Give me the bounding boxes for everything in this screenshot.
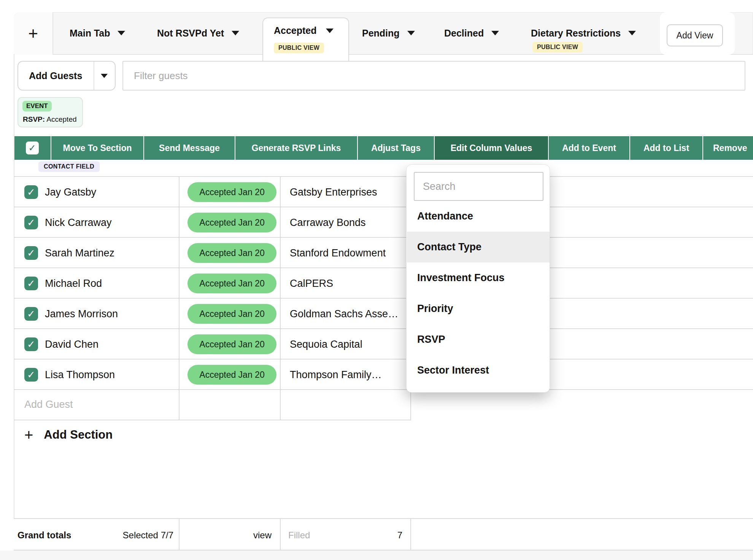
tab-pending[interactable]: Pending (362, 12, 415, 54)
company-cell[interactable]: Stanford Endowment (290, 238, 386, 268)
guest-name[interactable]: Nick Carraway (45, 207, 112, 238)
table-row: ✓ Sarah Martinez Accepted Jan 20 Stanfor… (14, 238, 753, 268)
tab-strip-divider (14, 54, 753, 55)
row-checkbox[interactable]: ✓ (24, 368, 38, 382)
guest-list-app: + Main Tab Not RSVPd Yet Accepted PUBLIC… (0, 0, 753, 560)
dropdown-item-sector-interest[interactable]: Sector Interest (407, 355, 550, 386)
rsvp-filter-text: RSVP: Accepted (23, 115, 77, 124)
company-cell[interactable]: Gatsby Enterprises (290, 177, 377, 207)
chevron-down-icon (491, 31, 499, 35)
chevron-down-icon (407, 31, 415, 35)
row-checkbox[interactable]: ✓ (24, 337, 38, 351)
adjust-tags-button[interactable]: Adjust Tags (358, 136, 434, 160)
add-guest-placeholder: Add Guest (24, 389, 73, 420)
tab-label: Dietary Restrictions (531, 28, 621, 39)
rsvp-status-pill[interactable]: Accepted Jan 20 (187, 274, 276, 293)
action-label: Send Message (159, 143, 220, 153)
guest-name[interactable]: Jay Gatsby (45, 177, 96, 207)
add-guests-label: Add Guests (29, 62, 82, 90)
dropdown-item-contact-type[interactable]: Contact Type (407, 232, 550, 262)
dropdown-item-investment-focus[interactable]: Investment Focus (407, 262, 550, 293)
guest-name[interactable]: Michael Rod (45, 268, 102, 299)
checkbox-check-icon: ✓ (27, 369, 35, 381)
rsvp-filter-value: Accepted (46, 115, 76, 123)
guest-name[interactable]: Lisa Thompson (45, 360, 115, 390)
public-view-badge: PUBLIC VIEW (532, 42, 583, 52)
company-cell[interactable]: Sequoia Capital (290, 329, 362, 360)
action-label: Add to Event (562, 143, 616, 153)
checkbox-check-icon: ✓ (27, 339, 35, 350)
move-to-section-button[interactable]: Move To Section (51, 136, 143, 160)
chevron-down-icon (326, 29, 334, 33)
add-guests-button[interactable]: Add Guests (17, 61, 116, 91)
row-checkbox[interactable]: ✓ (24, 307, 38, 321)
row-checkbox[interactable]: ✓ (24, 246, 38, 260)
company-cell[interactable]: Thompson Family… (290, 360, 382, 390)
add-guest-row[interactable]: Add Guest (14, 389, 410, 420)
column-divider (280, 519, 281, 551)
select-all-checkbox[interactable]: ✓ (14, 136, 51, 160)
row-checkbox[interactable]: ✓ (24, 277, 38, 290)
tab-accepted[interactable]: Accepted PUBLIC VIEW (262, 18, 349, 61)
grand-totals-label: Grand totals (17, 519, 71, 551)
add-section-button[interactable]: + Add Section (24, 423, 113, 447)
view-summary[interactable]: view (189, 519, 272, 551)
table-row: ✓ David Chen Accepted Jan 20 Sequoia Cap… (14, 329, 753, 360)
add-to-list-button[interactable]: Add to List (630, 136, 702, 160)
rsvp-status-pill[interactable]: Accepted Jan 20 (187, 334, 276, 354)
guest-name[interactable]: Sarah Martinez (45, 238, 114, 268)
generate-rsvp-links-button[interactable]: Generate RSVP Links (235, 136, 357, 160)
dropdown-item-rsvp[interactable]: RSVP (407, 324, 550, 355)
rsvp-status-pill[interactable]: Accepted Jan 20 (187, 365, 276, 385)
tab-not-rsvpd-yet[interactable]: Not RSVPd Yet (157, 12, 239, 54)
tab-label: Pending (362, 28, 400, 39)
rsvp-status-pill[interactable]: Accepted Jan 20 (187, 304, 276, 324)
company-cell[interactable]: Carraway Bonds (290, 207, 366, 238)
rsvp-status-pill[interactable]: Accepted Jan 20 (187, 243, 276, 263)
rsvp-filter-field: RSVP: (23, 115, 45, 123)
plus-icon: + (24, 427, 33, 442)
add-view-button[interactable]: Add View (667, 24, 723, 46)
rsvp-filter-chip[interactable]: EVENT RSVP: Accepted (17, 97, 83, 127)
column-divider (179, 519, 180, 551)
company-cell[interactable]: CalPERS (290, 268, 333, 299)
action-label: Edit Column Values (451, 143, 532, 153)
tab-label: Main Tab (70, 28, 110, 39)
guest-name[interactable]: David Chen (45, 329, 98, 360)
table-row: ✓ Jay Gatsby Accepted Jan 20 Gatsby Ente… (14, 177, 753, 207)
edit-column-values-button[interactable]: Edit Column Values (435, 136, 548, 160)
table-row: ✓ Nick Carraway Accepted Jan 20 Carraway… (14, 207, 753, 238)
public-view-badge: PUBLIC VIEW (274, 43, 324, 53)
tab-label: Not RSVPd Yet (157, 28, 224, 39)
tab-declined[interactable]: Declined (444, 12, 499, 54)
filled-count: 7 (318, 519, 402, 551)
table-row: ✓ James Morrison Accepted Jan 20 Goldman… (14, 299, 753, 329)
remove-button[interactable]: Remove (703, 136, 753, 160)
guest-name[interactable]: James Morrison (45, 299, 118, 329)
dropdown-item-attendance[interactable]: Attendance (407, 201, 550, 232)
action-label: Remove (713, 143, 747, 153)
checkbox-check-icon: ✓ (26, 142, 39, 154)
event-badge: EVENT (22, 101, 52, 111)
dropdown-search-input[interactable] (414, 172, 543, 201)
action-label: Adjust Tags (371, 143, 421, 153)
tab-label: Declined (444, 28, 484, 39)
row-checkbox[interactable]: ✓ (24, 216, 38, 229)
dropdown-item-priority[interactable]: Priority (407, 293, 550, 324)
row-checkbox[interactable]: ✓ (24, 185, 38, 199)
add-view-label: Add View (677, 30, 713, 41)
add-guests-dropdown-toggle[interactable] (94, 62, 115, 90)
action-label: Add to List (643, 143, 689, 153)
rsvp-status-pill[interactable]: Accepted Jan 20 (187, 213, 276, 232)
checkbox-check-icon: ✓ (27, 308, 35, 320)
send-message-button[interactable]: Send Message (144, 136, 235, 160)
add-to-event-button[interactable]: Add to Event (549, 136, 629, 160)
rsvp-status-pill[interactable]: Accepted Jan 20 (187, 182, 276, 202)
company-cell[interactable]: Goldman Sachs Asse… (290, 299, 398, 329)
add-tab-button[interactable]: + (14, 12, 53, 55)
filter-guests-input[interactable] (122, 61, 745, 91)
add-section-label: Add Section (44, 428, 113, 442)
tab-main[interactable]: Main Tab (70, 12, 125, 54)
chevron-down-icon (232, 31, 239, 35)
selected-count: Selected 7/7 (90, 519, 173, 551)
